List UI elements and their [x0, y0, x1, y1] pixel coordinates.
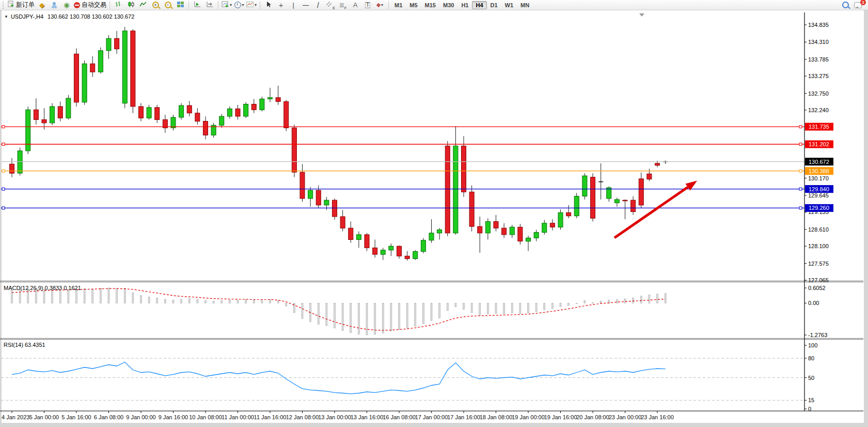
- channel-sub-label: E: [333, 6, 335, 10]
- chart-canvas[interactable]: 134.835134.310133.785133.275132.750132.2…: [0, 10, 868, 427]
- zoom-in-button[interactable]: +: [149, 1, 162, 10]
- svg-text:128.100: 128.100: [808, 243, 829, 249]
- svg-text:19 Jan 00:00: 19 Jan 00:00: [512, 414, 545, 420]
- new-order-button[interactable]: + 新订单: [7, 1, 36, 10]
- add-indicator-icon: +: [222, 1, 229, 9]
- signals-button[interactable]: ◉: [60, 1, 73, 10]
- timeframe-button-H4[interactable]: H4: [472, 1, 486, 9]
- svg-text:50: 50: [808, 375, 814, 381]
- fibonacci-sub-label: F: [344, 6, 346, 10]
- line-chart-type-button[interactable]: [137, 1, 149, 10]
- svg-text:17 Jan 00:00: 17 Jan 00:00: [415, 414, 448, 420]
- svg-text:11 Jan 00:00: 11 Jan 00:00: [222, 414, 254, 420]
- crosshair-tool-button[interactable]: +: [275, 1, 287, 10]
- zoom-in-icon: +: [152, 2, 159, 8]
- text-tool-button[interactable]: A: [349, 1, 361, 10]
- text-tool-icon: A: [353, 2, 358, 8]
- periods-button[interactable]: ▾: [233, 1, 245, 10]
- timeframe-group: M1M5M15M30H1H4D1W1MN: [391, 1, 533, 9]
- svg-text:9 Jan 16:00: 9 Jan 16:00: [159, 414, 188, 420]
- svg-text:0.00: 0.00: [808, 300, 819, 306]
- toolbar-separator: [109, 1, 110, 9]
- main-toolbar: + 新订单 ◆ ◉ 自动交易 + − + ▾ ▾ ▾: [0, 0, 868, 10]
- svg-text:23 Jan 00:00: 23 Jan 00:00: [609, 414, 642, 420]
- svg-text:19 Jan 16:00: 19 Jan 16:00: [544, 414, 577, 420]
- svg-text:127.575: 127.575: [808, 261, 829, 267]
- svg-text:131.735: 131.735: [809, 124, 829, 130]
- equidistant-channel-icon: [326, 1, 333, 9]
- cursor-tool-button[interactable]: [262, 1, 275, 10]
- chart-shift-button[interactable]: [203, 1, 216, 10]
- svg-text:129.260: 129.260: [809, 205, 829, 211]
- text-label-tool-button[interactable]: T: [361, 1, 374, 10]
- person-icon: [51, 2, 57, 8]
- svg-text:15: 15: [808, 397, 814, 403]
- svg-text:129.840: 129.840: [809, 186, 829, 192]
- svg-text:127.065: 127.065: [808, 277, 829, 283]
- toolbar-separator: [188, 1, 189, 9]
- community-button[interactable]: [48, 1, 60, 10]
- templates-button[interactable]: ▾: [245, 1, 258, 10]
- notifications-button[interactable]: 1: [851, 1, 864, 10]
- svg-text:128.610: 128.610: [808, 226, 829, 233]
- chart-shift-icon: [206, 1, 213, 9]
- channel-tool-button[interactable]: E: [324, 1, 337, 10]
- toolbar-separator: [388, 1, 389, 9]
- svg-text:-1.2763: -1.2763: [808, 332, 827, 338]
- template-icon: [246, 2, 254, 9]
- svg-text:134.835: 134.835: [808, 22, 829, 28]
- bar-chart-type-button[interactable]: [112, 1, 124, 10]
- auto-scroll-button[interactable]: [191, 1, 203, 10]
- timeframe-button-D1[interactable]: D1: [487, 1, 501, 9]
- arrows-tool-button[interactable]: ▾: [374, 1, 386, 10]
- svg-text:+: +: [225, 3, 228, 8]
- toolbar-separator: [260, 1, 260, 9]
- candlestick-type-button[interactable]: [124, 1, 137, 10]
- svg-text:6 Jan 08:00: 6 Jan 08:00: [94, 414, 124, 420]
- timeframe-button-M5[interactable]: M5: [406, 1, 421, 9]
- timeframe-button-H1[interactable]: H1: [457, 1, 472, 9]
- signal-waves-icon: ◉: [64, 1, 69, 9]
- svg-text:9 Jan 00:00: 9 Jan 00:00: [126, 414, 156, 420]
- trendline-tool-button[interactable]: /: [312, 1, 324, 10]
- timeframe-button-W1[interactable]: W1: [501, 1, 517, 9]
- text-label-icon: T: [365, 2, 370, 8]
- fibonacci-icon: ≣: [339, 2, 344, 8]
- svg-text:20 Jan 08:00: 20 Jan 08:00: [576, 414, 609, 420]
- vertical-line-tool-button[interactable]: |: [287, 1, 299, 10]
- dropdown-arrow-icon: ▾: [255, 3, 257, 7]
- indicators-button[interactable]: + ▾: [220, 1, 233, 10]
- zoom-out-button[interactable]: −: [162, 1, 174, 10]
- notification-badge: 1: [860, 0, 866, 5]
- auto-scroll-icon: [194, 1, 201, 9]
- fibonacci-tool-button[interactable]: ≣ F: [337, 1, 349, 10]
- timeframe-button-M1[interactable]: M1: [391, 1, 406, 9]
- search-icon: [842, 2, 849, 8]
- toolbar-grip[interactable]: [3, 2, 5, 9]
- arrows-tool-icon: [376, 3, 381, 7]
- timeframe-button-M15[interactable]: M15: [421, 1, 439, 9]
- horizontal-line-icon: —: [303, 2, 309, 8]
- chart-window: 134.835134.310133.785133.275132.750132.2…: [0, 10, 868, 427]
- svg-text:13 Jan 00:00: 13 Jan 00:00: [318, 414, 351, 420]
- timeframe-button-MN[interactable]: MN: [517, 1, 533, 9]
- svg-text:23 Jan 16:00: 23 Jan 16:00: [641, 414, 674, 420]
- svg-text:129.645: 129.645: [808, 192, 829, 199]
- svg-text:130.672: 130.672: [809, 159, 829, 165]
- toolbar-separator: [218, 1, 218, 9]
- svg-text:132.750: 132.750: [808, 90, 829, 97]
- horizontal-line-tool-button[interactable]: —: [299, 1, 312, 10]
- autotrading-button[interactable]: 自动交易: [73, 1, 107, 10]
- vertical-line-icon: |: [292, 2, 294, 8]
- mql5-market-button[interactable]: ◆: [36, 1, 48, 10]
- timeframe-button-M30[interactable]: M30: [439, 1, 457, 9]
- svg-text:5 Jan 16:00: 5 Jan 16:00: [61, 414, 91, 420]
- tile-windows-button[interactable]: [174, 1, 186, 10]
- dropdown-arrow-icon: ▾: [381, 3, 383, 7]
- line-chart-icon: [139, 1, 147, 9]
- search-button[interactable]: [839, 1, 851, 10]
- svg-text:0: 0: [808, 406, 811, 412]
- svg-text:132.240: 132.240: [808, 107, 829, 113]
- bar-chart-icon: [115, 1, 122, 9]
- svg-text:13 Jan 16:00: 13 Jan 16:00: [351, 414, 384, 420]
